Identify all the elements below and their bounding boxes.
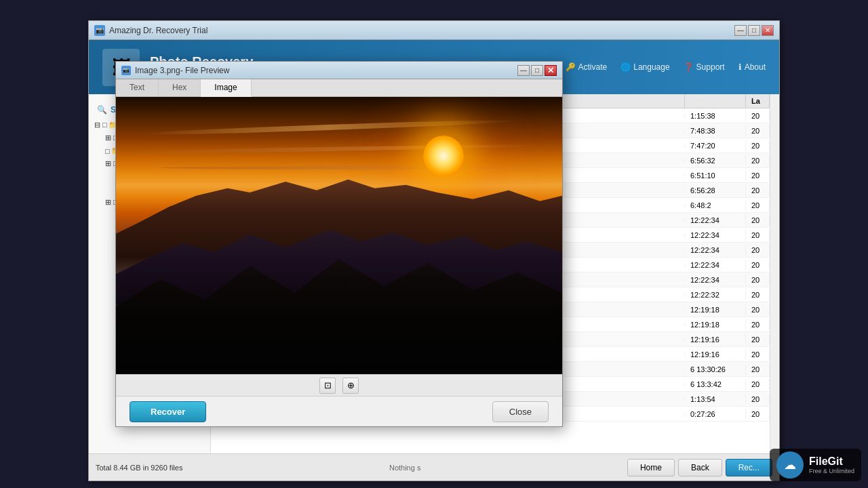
header-actions: 🔑 Activate 🌐 Language ❓ Support ℹ About <box>566 62 766 72</box>
cloud-streak-3 <box>161 166 562 169</box>
language-icon: 🌐 <box>620 62 631 72</box>
dialog-title-text: Image 3.png- File Preview <box>135 66 229 75</box>
tab-text[interactable]: Text <box>116 79 159 96</box>
sunset-image <box>116 97 562 374</box>
about-button[interactable]: ℹ About <box>738 62 766 72</box>
title-bar-left: 📷 Amazing Dr. Recovery Trial <box>94 25 208 36</box>
dialog-icon: 📷 <box>121 66 131 75</box>
title-bar: 📷 Amazing Dr. Recovery Trial — □ ✕ <box>89 21 779 40</box>
home-button[interactable]: Home <box>627 459 675 476</box>
dialog-recover-button[interactable]: Recover <box>130 401 206 422</box>
preview-dialog: 📷 Image 3.png- File Preview — □ ✕ Text H… <box>115 61 563 427</box>
zoom-actual-button[interactable]: ⊕ <box>342 378 359 394</box>
filegit-logo-icon: ☁ <box>776 451 804 479</box>
scrollbar[interactable] <box>770 94 779 453</box>
col-header-last: La <box>746 94 770 108</box>
filegit-watermark: ☁ FileGit Free & Unlimited <box>770 449 861 481</box>
activate-button[interactable]: 🔑 Activate <box>566 62 608 72</box>
window-controls: — □ ✕ <box>734 25 774 36</box>
dialog-minimize-button[interactable]: — <box>517 65 530 76</box>
cloud-streak-1 <box>138 118 517 137</box>
language-button[interactable]: 🌐 Language <box>620 62 669 72</box>
preview-toolbar: ⊡ ⊕ <box>116 374 562 396</box>
nav-buttons: Home Back Rec... <box>627 459 772 476</box>
preview-image-area <box>116 97 562 374</box>
cloud-streak-2 <box>116 143 540 155</box>
dialog-window-controls: — □ ✕ <box>517 65 557 76</box>
dialog-close-btn[interactable]: Close <box>492 401 549 422</box>
bottom-bar: Total 8.44 GB in 9260 files Nothing s Ho… <box>89 453 779 481</box>
preview-footer: Recover Close <box>116 396 562 426</box>
activate-icon: 🔑 <box>566 62 576 72</box>
about-icon: ℹ <box>738 62 742 72</box>
tab-image[interactable]: Image <box>201 79 251 97</box>
dialog-title-left: 📷 Image 3.png- File Preview <box>121 66 229 75</box>
app-icon: 📷 <box>94 25 105 36</box>
dialog-maximize-button[interactable]: □ <box>531 65 543 76</box>
sun-orb <box>423 136 464 176</box>
window-title: Amazing Dr. Recovery Trial <box>109 26 208 35</box>
recover-nav-button[interactable]: Rec... <box>726 459 772 476</box>
support-icon: ❓ <box>684 62 694 72</box>
minimize-button[interactable]: — <box>734 25 747 36</box>
status-text: Total 8.44 GB in 9260 files <box>96 464 182 472</box>
support-button[interactable]: ❓ Support <box>684 62 725 72</box>
filegit-tagline: Free & Unlimited <box>809 468 854 474</box>
filegit-name: FileGit <box>809 455 854 468</box>
dialog-close-button[interactable]: ✕ <box>545 65 557 76</box>
col-header-time <box>685 94 746 108</box>
tab-hex[interactable]: Hex <box>159 79 201 96</box>
search-icon: 🔍 <box>97 105 107 115</box>
maximize-button[interactable]: □ <box>748 25 760 36</box>
filegit-text-block: FileGit Free & Unlimited <box>809 455 854 474</box>
preview-tabs: Text Hex Image <box>116 79 562 97</box>
dialog-title-bar: 📷 Image 3.png- File Preview — □ ✕ <box>116 62 562 79</box>
zoom-fit-button[interactable]: ⊡ <box>319 378 336 394</box>
nothing-selected: Nothing s <box>389 464 420 472</box>
back-button[interactable]: Back <box>678 459 722 476</box>
close-window-button[interactable]: ✕ <box>762 25 774 36</box>
